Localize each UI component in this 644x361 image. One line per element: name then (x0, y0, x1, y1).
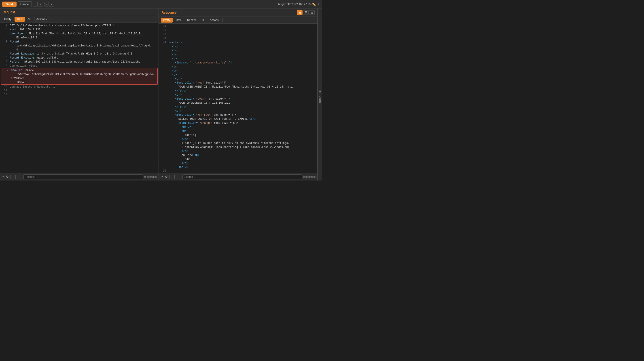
request-line-3b: Firefox/105.0 (0, 36, 158, 40)
tab-pretty-request[interactable]: Pretty (2, 17, 14, 22)
resp-line-date-warning: : date(): It is not safe to rely on the … (159, 141, 318, 145)
resp-line-num-br1 (161, 45, 166, 49)
line-content-4: Accept: (10, 40, 157, 44)
line-num-11: 11 (2, 89, 7, 93)
request-line-4: 4 Accept: (0, 40, 158, 44)
resp-line-num-font-yellow (161, 113, 166, 117)
line-num-4c (2, 48, 7, 52)
request-line-9: 9 Cookie: uname= (1, 68, 158, 72)
resp-line-font-close2: </font> (159, 105, 318, 109)
tab-render-response[interactable]: Render (185, 18, 198, 22)
response-search-input[interactable] (182, 174, 302, 179)
line-content-8: Connection: close (10, 64, 157, 68)
view-list-button[interactable]: ☰ (303, 10, 308, 15)
resp-line-num-25: 25 (161, 169, 166, 173)
line-num-9c (3, 80, 8, 84)
cookie-highlight-box: 9 Cookie: uname= YWRtaW40IiBhbmQgdXBkYXR… (1, 68, 158, 85)
request-tab-bar: Pretty Raw \n Actions ▾ (0, 16, 158, 23)
nav-back-dropdown[interactable]: ▼ (37, 2, 43, 6)
resp-line-br4: <br> (159, 65, 318, 69)
resp-line-25: 25 (159, 169, 318, 173)
resp-line-num-br6 (161, 77, 166, 81)
resp-line-num-ip (161, 101, 166, 105)
response-search-prev-button[interactable]: ← (170, 175, 175, 179)
nav-forward-button[interactable]: › (44, 2, 48, 6)
tab-raw-request[interactable]: Raw (14, 17, 25, 22)
request-search-next-button[interactable]: → (17, 175, 22, 179)
resp-line-num-br-self (161, 125, 166, 129)
nav-back-button[interactable]: ‹ (33, 2, 37, 6)
line-content-9c: KSM= (11, 80, 156, 84)
request-code-area[interactable]: 1 GET /sqli-labs-master/sqli-labs-master… (0, 23, 158, 173)
line-content-4c: 8 (10, 48, 157, 52)
line-content-3b: Firefox/105.0 (10, 36, 157, 40)
view-compact-button[interactable]: ▥ (309, 10, 314, 15)
resp-line-num-br7 (161, 93, 166, 97)
line-content-9b: YWRtaW40IiBhbmQgdXBkYXRlR1sKDEsY29uY2F0K… (11, 72, 156, 80)
nav-forward-dropdown[interactable]: ▼ (48, 2, 54, 6)
resp-line-num-font-close2 (161, 105, 166, 109)
external-link-icon[interactable]: ↗ (317, 2, 320, 6)
resp-line-num-br4 (161, 65, 166, 69)
line-content-7: Referer: http://192.168.2.133/sqli-labs-… (10, 60, 157, 64)
request-search-settings-icon[interactable]: ⚙ (6, 175, 9, 179)
line-content-1: GET /sqli-labs-master/sqli-labs-master/L… (10, 24, 157, 28)
resp-line-22: 22 (159, 33, 318, 37)
response-search-bar: ? ⚙ ← → 0 matches (159, 173, 318, 180)
resp-line-num-delete-cookie (161, 117, 166, 121)
request-line-7: 7 Referer: http://192.168.2.133/sqli-lab… (0, 60, 158, 64)
request-line-5: 5 Accept-Language: zh-CN,zh;q=0.8,zh-TW;… (0, 52, 158, 56)
resp-line-num-24: 24 (161, 41, 166, 45)
line-num-9b (3, 72, 8, 80)
resp-line-num-br2 (161, 49, 166, 53)
resp-line-num-21: 21 (161, 28, 166, 33)
view-grid-button[interactable]: ▦ (297, 10, 302, 15)
resp-line-b1: <b> (159, 57, 318, 61)
response-actions-label: Actions (210, 18, 218, 22)
resp-line-num-23: 23 (161, 37, 166, 41)
line-num-3: 3 (2, 32, 7, 36)
line-num-8: 8 (2, 64, 7, 68)
resp-line-font-cyan: <font color= "cyan" font size="4"> (159, 97, 318, 101)
request-search-input[interactable] (24, 174, 143, 179)
request-line-4b: text/html,application/xhtml+xml,applicat… (0, 44, 158, 48)
resp-line-ip: YOUR IP ADDRESS IS : 192.168.2.1 (159, 101, 318, 105)
resp-line-24: 24 <center> (159, 41, 318, 45)
line-num-10: 10 (2, 85, 7, 89)
edit-icon[interactable]: ✏️ (312, 2, 316, 6)
tab-raw-response[interactable]: Raw (174, 18, 184, 22)
request-line-4c: 8 (0, 48, 158, 52)
inspector-panel[interactable]: INSPECTOR (318, 8, 322, 180)
resp-line-br8: <br> (159, 109, 318, 113)
request-search-prev-button[interactable]: ← (10, 175, 16, 179)
request-search-count: 0 matches (144, 175, 156, 178)
resp-line-num-b3 (161, 129, 166, 133)
tab-newline-response[interactable]: \n (199, 18, 206, 22)
response-search-settings-icon[interactable]: ⚙ (164, 175, 168, 179)
line-content-9: Cookie: uname= (11, 68, 156, 72)
resp-line-br3: <br> (159, 53, 318, 57)
line-num-4b (2, 44, 7, 48)
response-actions-arrow: ▾ (219, 19, 220, 21)
tab-newline-request[interactable]: \n (26, 17, 33, 22)
line-num-6: 6 (2, 56, 7, 60)
tab-pretty-response[interactable]: Pretty (161, 18, 173, 22)
response-actions-button[interactable]: Actions ▾ (208, 18, 222, 22)
request-actions-button[interactable]: Actions ▾ (34, 17, 49, 21)
line-num-12: 12 (2, 93, 7, 97)
response-search-help-icon[interactable]: ? (161, 175, 163, 179)
line-content-4b: text/html,application/xhtml+xml,applicat… (10, 44, 157, 48)
resp-line-br-self: <br /> (159, 125, 318, 129)
response-code-area[interactable]: 20 21 22 23 24 <center> <br> (159, 24, 318, 173)
cancel-button[interactable]: Cancel (18, 1, 32, 7)
resp-line-br6: <br> (159, 77, 318, 81)
main-content: Request Pretty Raw \n Actions ▾ 1 GET /s… (0, 8, 322, 180)
dots-menu-icon[interactable]: ⋮ (152, 159, 156, 164)
send-button[interactable]: Send (2, 1, 16, 7)
request-search-help-icon[interactable]: ? (2, 175, 4, 179)
resp-line-br7: <br> (159, 93, 318, 97)
resp-line-num-b-close (161, 137, 166, 141)
line-content-3: User-Agent: Mozilla/5.0 (Macintosh; Inte… (10, 32, 157, 36)
resp-line-br2: <br> (159, 49, 318, 53)
response-search-next-button[interactable]: → (176, 175, 181, 179)
